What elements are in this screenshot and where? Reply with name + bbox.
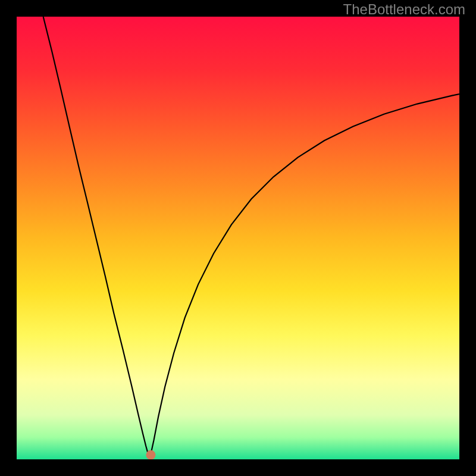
chart-background [17, 17, 459, 459]
chart-svg [17, 17, 459, 459]
chart-plot-area [17, 17, 459, 459]
watermark-text: TheBottleneck.com [343, 1, 465, 18]
chart-marker-dot [146, 450, 155, 459]
